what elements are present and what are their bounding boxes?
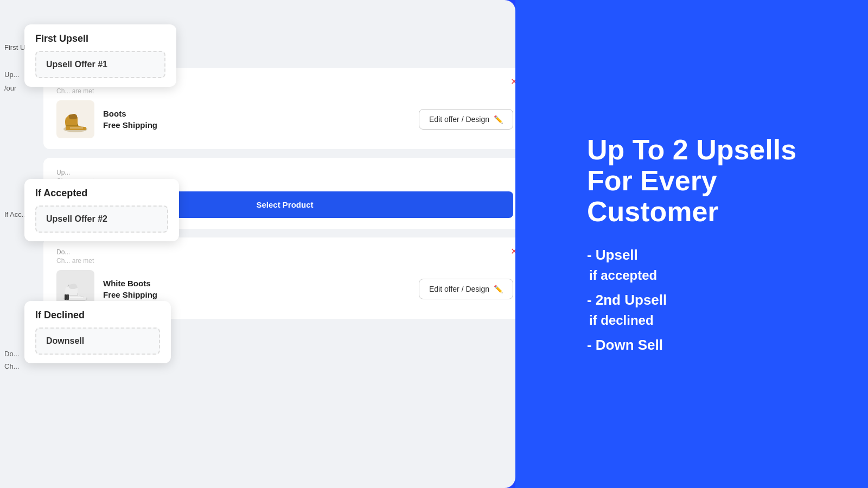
svg-rect-2 bbox=[65, 294, 67, 300]
white-boots-svg bbox=[59, 273, 92, 305]
tooltip-if-declined: If Declined Downsell bbox=[24, 301, 171, 363]
remove-icon-2: ✕ bbox=[510, 247, 515, 256]
feature-down-sell: - Down Sell bbox=[587, 337, 796, 354]
tooltip-if-accepted-title: If Accepted bbox=[35, 188, 168, 199]
boots-image bbox=[56, 100, 94, 138]
first-upsell-edit-button[interactable]: Edit offer / Design ✏️ bbox=[419, 109, 513, 130]
pencil-icon-2: ✏️ bbox=[494, 285, 503, 293]
white-boots-shipping: Free Shipping bbox=[103, 289, 410, 300]
tooltip-if-declined-inner-label: Downsell bbox=[46, 336, 149, 346]
downsell-edit-button[interactable]: Edit offer / Design ✏️ bbox=[419, 279, 513, 299]
sidebar-peek-your: /our bbox=[4, 84, 16, 92]
heading-line2: For Every bbox=[587, 165, 717, 196]
main-heading: Up To 2 Upsells For Every Customer bbox=[587, 134, 796, 228]
downsell-conditions: Ch... are met bbox=[56, 257, 513, 265]
boots-name: Boots bbox=[103, 108, 410, 119]
sidebar-peek-upsell: Up... bbox=[4, 70, 19, 79]
first-upsell-conditions: Ch... are met bbox=[56, 87, 513, 95]
tooltip-if-accepted-inner-label: Upsell Offer #2 bbox=[46, 214, 157, 224]
edit-offer-design-label: Edit offer / Design bbox=[429, 115, 489, 124]
boots-shipping: Free Shipping bbox=[103, 119, 410, 131]
tooltip-first-upsell: First Upsell Upsell Offer #1 bbox=[24, 24, 176, 87]
boots-product-info: Boots Free Shipping bbox=[103, 108, 410, 131]
boots-svg bbox=[59, 103, 92, 136]
left-panel: First U... Up... /our If Acc... Do... Ch… bbox=[0, 0, 515, 488]
heading-line1: Up To 2 Upsells bbox=[587, 134, 796, 165]
tooltip-if-accepted-inner: Upsell Offer #2 bbox=[35, 206, 168, 233]
tooltip-if-declined-inner: Downsell bbox=[35, 328, 160, 355]
tooltip-first-upsell-title: First Upsell bbox=[35, 33, 165, 44]
right-panel: Up To 2 Upsells For Every Customer - Ups… bbox=[515, 0, 868, 488]
feature-if-accepted: if accepted bbox=[587, 268, 796, 283]
white-boots-name: White Boots bbox=[103, 278, 410, 289]
tooltip-if-accepted: If Accepted Upsell Offer #2 bbox=[24, 179, 179, 241]
tooltip-first-upsell-inner: Upsell Offer #1 bbox=[35, 51, 165, 78]
svg-rect-3 bbox=[67, 294, 69, 300]
downsell-edit-label: Edit offer / Design bbox=[429, 285, 489, 293]
feature-if-declined: if declined bbox=[587, 313, 796, 328]
first-upsell-remove-button[interactable]: ✕ bbox=[510, 76, 515, 86]
remove-icon: ✕ bbox=[510, 77, 515, 86]
sidebar-peek-dow: Do... bbox=[4, 350, 19, 358]
upsell2-header: Up... bbox=[56, 169, 513, 176]
downsell-header: Do... bbox=[56, 248, 513, 256]
tooltip-first-upsell-inner-label: Upsell Offer #1 bbox=[46, 60, 155, 69]
white-boots-product-info: White Boots Free Shipping bbox=[103, 278, 410, 300]
sidebar-peek-ch: Ch... bbox=[4, 362, 19, 370]
downsell-remove-button[interactable]: ✕ bbox=[510, 246, 515, 256]
feature-list: - Upsell if accepted - 2nd Upsell if dec… bbox=[587, 247, 796, 354]
tooltip-if-declined-title: If Declined bbox=[35, 310, 160, 321]
heading-line3: Customer bbox=[587, 196, 719, 227]
feature-2nd-upsell: - 2nd Upsell bbox=[587, 292, 796, 309]
feature-upsell: - Upsell bbox=[587, 247, 796, 264]
first-upsell-product-row: Boots Free Shipping Edit offer / Design … bbox=[56, 100, 513, 138]
right-content: Up To 2 Upsells For Every Customer - Ups… bbox=[587, 134, 796, 354]
pencil-icon: ✏️ bbox=[494, 115, 503, 124]
